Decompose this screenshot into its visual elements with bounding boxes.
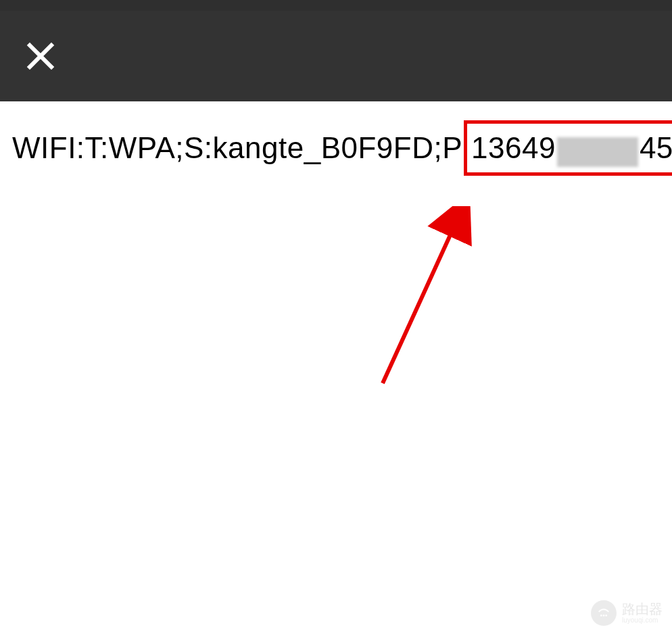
svg-point-4 [600, 614, 602, 616]
watermark-sub: luyouqi.com [622, 617, 663, 624]
password-start: 13649 [471, 133, 556, 163]
password-censored [557, 137, 638, 167]
svg-point-5 [603, 614, 605, 616]
close-icon [24, 40, 57, 72]
svg-line-3 [383, 214, 460, 383]
password-highlight-box: 13649 455;; [464, 120, 672, 176]
header-bar [0, 11, 672, 101]
svg-point-6 [605, 614, 607, 616]
router-icon [591, 600, 617, 626]
wifi-string-prefix: WIFI:T:WPA;S:kangte_B0F9FD;P [12, 130, 462, 166]
status-bar-thin [0, 0, 672, 11]
watermark: 路由器 luyouqi.com [591, 600, 663, 626]
content-area: WIFI:T:WPA;S:kangte_B0F9FD;P 13649 455;; [0, 101, 672, 176]
close-button[interactable] [14, 29, 68, 83]
password-end: 455;; [640, 133, 672, 163]
watermark-text-wrap: 路由器 luyouqi.com [622, 602, 663, 624]
watermark-label: 路由器 [622, 602, 663, 616]
wifi-qr-text: WIFI:T:WPA;S:kangte_B0F9FD;P 13649 455;; [0, 120, 672, 176]
annotation-arrow [377, 206, 472, 389]
